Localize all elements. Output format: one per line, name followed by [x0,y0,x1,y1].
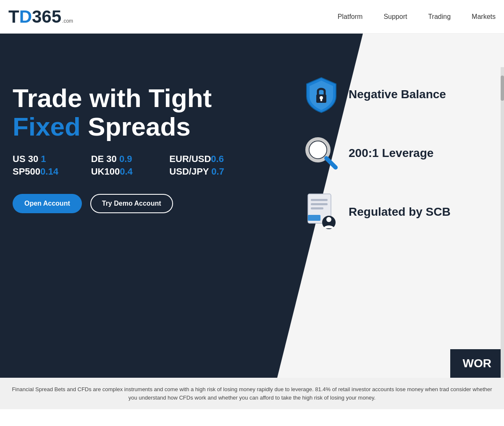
logo-365: 365 [32,8,61,26]
logo-d: D [19,8,32,26]
svg-rect-9 [311,207,323,209]
hero-section: Trade with Tight Fixed Spreads US 30 1 D… [0,34,504,378]
feature-leverage-label: 200:1 Leverage [349,146,433,160]
spread-pair-de30: DE 30 [91,154,117,164]
open-account-button[interactable]: Open Account [13,194,82,213]
nav-support[interactable]: Support [383,13,407,21]
scrollbar[interactable] [501,67,504,378]
header: TD365.com Platform Support Trading Marke… [0,0,504,34]
svg-rect-2 [320,99,322,101]
spread-de30: DE 30 0.9 [91,154,161,165]
feature-regulated: Regulated by SCB [302,193,496,231]
hero-heading: Trade with Tight Fixed Spreads [13,84,265,141]
spread-val-sp500: 0.14 [40,166,58,177]
spread-sp500: SP5000.14 [13,166,83,177]
spread-pair-eurusd: EUR/USD [169,154,211,164]
spreads-grid: US 30 1 DE 30 0.9 EUR/USD0.6 SP5000.14 U… [13,154,239,177]
hero-right: Negative Balance 200:1 Leverage [277,34,504,378]
feature-negative-balance-label: Negative Balance [349,88,446,101]
main-nav: Platform Support Trading Markets [338,13,496,21]
spread-val-usdjpy: 0.7 [211,166,224,177]
logo-t: T [8,8,19,26]
svg-rect-8 [311,203,328,205]
hero-left: Trade with Tight Fixed Spreads US 30 1 D… [0,34,277,378]
spread-pair-us30: US 30 [13,154,38,164]
spread-val-us30: 1 [41,154,46,164]
wor-strip: WOR [450,349,504,378]
spread-val-uk100: 0.4 [120,166,133,177]
spread-us30: US 30 1 [13,154,83,165]
logo: TD365.com [8,8,73,26]
feature-regulated-label: Regulated by SCB [349,205,451,219]
logo-com: .com [62,18,73,24]
disclaimer-text: Financial Spread Bets and CFDs are compl… [8,385,496,402]
spread-pair-sp500: SP500 [13,166,40,177]
svg-point-4 [310,141,326,158]
svg-point-12 [326,217,331,222]
document-icon [302,193,340,231]
spread-uk100: UK1000.4 [91,166,161,177]
feature-negative-balance: Negative Balance [302,76,496,113]
nav-trading[interactable]: Trading [428,13,451,21]
nav-platform[interactable]: Platform [338,13,363,21]
svg-rect-7 [311,199,328,201]
hero-heading-fixed: Fixed [13,112,81,141]
hero-buttons: Open Account Try Demo Account [13,194,265,213]
svg-rect-10 [308,215,320,221]
try-demo-button[interactable]: Try Demo Account [90,194,173,213]
spread-val-eurusd: 0.6 [211,154,224,164]
spread-eurusd: EUR/USD0.6 [169,154,239,165]
scrollbar-thumb[interactable] [501,76,504,101]
feature-leverage: 200:1 Leverage [302,134,496,172]
nav-markets[interactable]: Markets [472,13,496,21]
footer-disclaimer: Financial Spread Bets and CFDs are compl… [0,378,504,409]
hero-heading-spreads: Spreads [81,112,191,141]
svg-line-5 [326,158,336,167]
hero-content: Trade with Tight Fixed Spreads US 30 1 D… [0,34,504,378]
spread-val-de30: 0.9 [119,154,132,164]
shield-icon [302,76,340,113]
spread-pair-uk100: UK100 [91,166,120,177]
spread-pair-usdjpy: USD/JPY [169,166,209,177]
magnifier-icon [302,134,340,172]
hero-heading-line1: Trade with Tight [13,84,212,112]
spread-usdjpy: USD/JPY 0.7 [169,166,239,177]
